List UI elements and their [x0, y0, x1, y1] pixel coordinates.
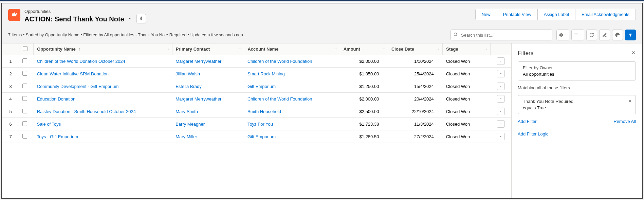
amount-cell: $1,050.00 [340, 68, 388, 80]
printable-view-button[interactable]: Printable View [497, 9, 537, 20]
col-menu-icon[interactable] [437, 47, 440, 52]
row-action-button[interactable] [497, 57, 505, 65]
filter-owner-card[interactable]: Filter by Owner All opportunities [518, 61, 636, 80]
row-checkbox[interactable] [22, 84, 27, 88]
row-action-button[interactable] [497, 95, 505, 103]
opportunity-link[interactable]: Community Development - Gift Emporium [37, 84, 119, 89]
assign-label-button[interactable]: Assign Label [537, 9, 575, 20]
col-account-name[interactable]: Account Name [244, 43, 340, 55]
close-filters-button[interactable] [631, 50, 636, 57]
table-row: 2Clean Water Initiative SRM DonationJill… [2, 68, 511, 80]
svg-point-1 [454, 33, 457, 36]
filter-button[interactable] [625, 30, 636, 40]
row-checkbox[interactable] [22, 134, 27, 139]
row-checkbox[interactable] [22, 96, 27, 101]
search-input[interactable] [450, 30, 552, 40]
email-acknowledgments-button[interactable]: Email Acknowledgments [575, 9, 636, 20]
row-action-button[interactable] [497, 83, 505, 90]
col-menu-icon[interactable] [334, 47, 338, 52]
svg-line-2 [457, 35, 458, 36]
primary-contact-link[interactable]: Margaret Merryweather [176, 96, 221, 102]
col-actions [491, 43, 511, 55]
row-action-button[interactable] [497, 70, 505, 77]
close-date-cell: 22/10/2024 [388, 105, 442, 118]
opportunity-link[interactable]: Clean Water Initiative SRM Donation [37, 71, 109, 76]
col-menu-icon[interactable] [485, 47, 488, 52]
list-settings-button[interactable] [556, 30, 569, 40]
row-select[interactable] [19, 80, 33, 93]
row-checkbox[interactable] [22, 58, 27, 63]
opportunity-icon [8, 9, 20, 21]
opportunity-link[interactable]: Toys - Gift Emporium [37, 134, 78, 139]
amount-cell: $1,250.00 [340, 80, 388, 93]
list-header: Opportunities ACTION: Send Thank You Not… [2, 3, 642, 43]
stage-cell: Closed Won [443, 105, 491, 118]
row-checkbox[interactable] [22, 71, 27, 76]
opportunity-link[interactable]: Raisley Donation - Smith Household Octob… [37, 109, 136, 114]
display-as-button[interactable] [571, 30, 584, 40]
list-view-picker[interactable] [127, 16, 132, 21]
primary-contact-link[interactable]: Margaret Merryweather [176, 59, 221, 64]
remove-all-link[interactable]: Remove All [613, 119, 636, 124]
account-link[interactable]: Children of the World Foundation [247, 59, 312, 64]
opportunity-link[interactable]: Children of the World Donation October 2… [37, 59, 125, 64]
col-close-date[interactable]: Close Date [388, 43, 442, 55]
col-select-all[interactable] [19, 43, 33, 55]
primary-contact-link[interactable]: Barry Meagher [176, 122, 205, 127]
list-view-title[interactable]: ACTION: Send Thank You Note [24, 15, 124, 23]
row-select[interactable] [19, 68, 33, 80]
chart-button[interactable] [612, 30, 623, 40]
primary-contact-link[interactable]: Jillian Walsh [176, 71, 200, 76]
col-label: Close Date [391, 47, 414, 52]
account-link[interactable]: Children of the World Foundation [247, 96, 312, 102]
table-row: 5Raisley Donation - Smith Household Octo… [2, 105, 511, 118]
col-menu-icon[interactable] [382, 47, 386, 52]
stage-cell: Closed Won [443, 55, 491, 68]
col-menu-icon[interactable] [167, 47, 170, 52]
row-action-button[interactable] [497, 108, 505, 115]
row-action-button[interactable] [497, 120, 505, 128]
filter-rule-card[interactable]: Thank You Note Required equals True [518, 95, 636, 114]
row-number: 6 [2, 118, 19, 130]
opportunity-link[interactable]: Sale of Toys [37, 122, 61, 127]
select-all-checkbox[interactable] [23, 46, 27, 51]
account-link[interactable]: Toyz For You [247, 122, 273, 127]
account-link[interactable]: Smith Household [247, 109, 281, 114]
primary-contact-link[interactable]: Estella Brady [176, 84, 202, 89]
new-button[interactable]: New [476, 9, 497, 20]
row-select[interactable] [19, 93, 33, 105]
table-row: 3Community Development - Gift EmporiumEs… [2, 80, 511, 93]
account-link[interactable]: Gift Emporium [247, 134, 276, 139]
filters-panel: Filters Filter by Owner All opportunitie… [511, 43, 642, 198]
add-filter-logic-link[interactable]: Add Filter Logic [518, 131, 636, 137]
account-link[interactable]: Gift Emporium [247, 84, 276, 89]
stage-cell: Closed Won [443, 80, 491, 93]
table-row: 4Education DonationMargaret Merryweather… [2, 93, 511, 105]
col-opportunity-name[interactable]: Opportunity Name ↑ [34, 43, 172, 55]
pin-button[interactable] [136, 14, 146, 23]
primary-contact-link[interactable]: Mary Miller [176, 134, 197, 139]
col-stage[interactable]: Stage [443, 43, 491, 55]
add-filter-link[interactable]: Add Filter [518, 119, 537, 124]
refresh-button[interactable] [586, 30, 597, 40]
row-select[interactable] [19, 118, 33, 130]
filter-rule-field: Thank You Note Required [523, 99, 631, 104]
amount-cell: $1,289.50 [340, 130, 388, 143]
stage-cell: Closed Won [443, 118, 491, 130]
row-checkbox[interactable] [22, 109, 27, 113]
col-label: Primary Contact [176, 47, 210, 52]
row-select[interactable] [19, 130, 33, 143]
row-select[interactable] [19, 105, 33, 118]
col-primary-contact[interactable]: Primary Contact [172, 43, 244, 55]
col-amount[interactable]: Amount [340, 43, 388, 55]
row-number: 2 [2, 68, 19, 80]
row-action-button[interactable] [497, 133, 505, 140]
edit-button[interactable] [599, 30, 610, 40]
row-select[interactable] [19, 55, 33, 68]
row-checkbox[interactable] [22, 121, 27, 126]
account-link[interactable]: Smart Rock Mining [247, 71, 285, 76]
opportunity-link[interactable]: Education Donation [37, 96, 75, 102]
col-menu-icon[interactable] [238, 47, 242, 52]
primary-contact-link[interactable]: Mary Smith [176, 109, 198, 114]
remove-filter-button[interactable] [628, 99, 632, 104]
